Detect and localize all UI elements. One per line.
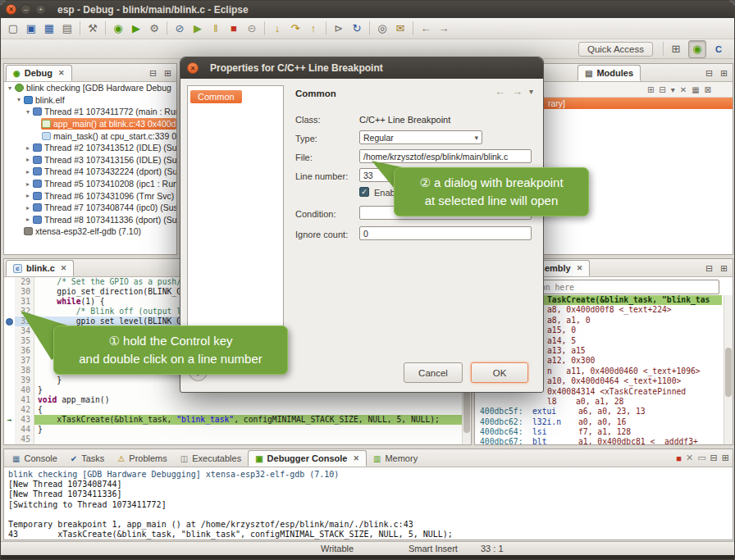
suspend-icon[interactable]: ‖ [208,20,224,37]
tab-console[interactable]: ▦Console [6,450,64,467]
step-into-icon[interactable]: ↓ [269,20,285,37]
run-icon[interactable]: ▶ [128,20,144,37]
forward-icon[interactable]: → [512,85,523,98]
sidebar-item-common[interactable]: Common [190,90,242,103]
debug-tree-item[interactable]: ▸Thread #3 1073413156 (IDLE) (Susp [4,154,176,166]
line-number[interactable]: 43 [15,415,34,425]
line-number[interactable]: 39 [15,376,34,385]
instruction-stepping-icon[interactable]: ⊳ [331,20,347,37]
step-return-icon[interactable]: ↑ [305,20,322,37]
expander-icon[interactable]: ▸ [24,192,32,199]
minimize-view-icon[interactable]: ⊟ [710,453,718,463]
debug-tree-item[interactable]: ▾blink.elf [4,94,176,107]
tab-debugger-console[interactable]: ▣Debugger Console✕ [248,450,367,467]
restart-icon[interactable]: ↻ [349,20,365,37]
ok-button[interactable]: OK [471,362,528,383]
minimize-view-icon[interactable]: ⊟ [703,262,715,275]
console-output[interactable]: blink checking [GDB Hardware Debugging] … [4,467,733,540]
tab-modules[interactable]: ▤ Modules [578,65,641,81]
debug-perspective-icon[interactable]: ◉ [688,40,706,58]
code-line[interactable]: 42{ [4,405,462,415]
dialog-close-button[interactable]: ✕ [187,62,199,74]
tab-memory[interactable]: ▥Memory [367,450,424,467]
line-number[interactable]: 29 [15,277,34,287]
debug-tree-item[interactable]: ▸Thread #8 1073411336 (dport) (Sus [4,214,176,226]
save-all-icon[interactable]: ▦ [41,20,57,37]
expander-icon[interactable]: ▸ [24,156,32,163]
minimize-view-icon[interactable]: ⊟ [147,67,159,80]
type-select[interactable]: Regular ▾ [359,130,482,144]
expander-icon[interactable]: ▸ [24,204,32,212]
quick-access-button[interactable]: Quick Access [578,42,653,57]
file-field[interactable]: /home/krzysztof/esp/blink/main/blink.c [359,149,532,163]
line-number[interactable]: 30 [15,287,34,297]
line-number[interactable]: 42 [15,405,34,415]
terminate-icon[interactable]: ■ [226,20,242,37]
code-line[interactable]: 44} [4,425,462,435]
disassembly-line[interactable]: 400dbc64:lsif7, a1, 128 [475,427,722,437]
expander-icon[interactable]: ▾ [15,96,23,103]
disassembly-line[interactable]: 400dbc5f:extuia6, a0, 23, 13 [475,407,722,417]
modules-toolbar-icon[interactable]: ✕ [680,85,687,94]
debug-tree-item[interactable]: ▸Thread #7 1073408744 (ipc0) (Susp [4,202,176,214]
cpp-perspective-icon[interactable]: C [710,41,727,57]
debug-tree-item[interactable]: ▸Thread #4 1073432224 (dport) (Sus [4,166,176,178]
debug-tree-item[interactable]: ▾blink checking [GDB Hardware Debug [4,82,176,94]
modules-toolbar-icon[interactable]: ▾ [671,85,675,94]
back-icon[interactable]: ← [418,20,434,37]
window-titlebar[interactable]: ✕–+ esp - Debug - blink/main/blink.c - E… [1,1,734,19]
disassembly-line[interactable]: 400dbc62:l32i.na0, a0, 16 [475,417,722,427]
debug-tree-item[interactable]: main_task() at cpu_start.c:339 0x4 [4,130,176,142]
modules-toolbar-icon[interactable]: ▦ [692,85,699,94]
close-window-button[interactable]: ✕ [6,4,16,15]
terminate-icon[interactable]: ■ [676,453,682,463]
line-number[interactable]: 38 [15,366,34,376]
view-menu-icon[interactable]: ▾ [529,87,533,96]
disassembly-line[interactable]: 400dbc67:blta1, 0x400dbc81 <__adddf3+ [475,437,722,444]
enabled-checkbox[interactable]: ✓ [359,187,369,197]
save-icon[interactable]: ▣ [23,20,39,37]
breakpoint-icon[interactable] [6,318,13,326]
disconnect-icon[interactable]: ⊝ [244,20,260,37]
search-icon[interactable]: ◎ [374,20,390,37]
debug-icon[interactable]: ◉ [110,20,126,37]
new-wizard-icon[interactable]: ▢ [5,20,21,37]
external-tools-icon[interactable]: ⚙ [146,20,162,37]
line-number[interactable]: 45 [15,435,34,444]
line-number[interactable]: 40 [15,385,34,395]
line-number[interactable]: 35 [15,336,34,346]
close-icon[interactable]: ✕ [353,454,359,462]
forward-icon[interactable]: → [436,20,452,37]
maximize-view-icon[interactable]: ⊞ [162,67,174,80]
step-over-icon[interactable]: ↷ [287,20,304,37]
code-line[interactable]: 41void app_main() [4,395,462,405]
line-number[interactable]: 44 [15,425,34,435]
debug-tree-item[interactable]: ▾Thread #1 1073411772 (main : Runn [4,106,176,118]
resume-icon[interactable]: ▶ [189,20,206,37]
back-icon[interactable]: ← [495,85,505,98]
build-icon[interactable]: ⚒ [84,20,101,37]
code-line[interactable]: →43 xTaskCreate(&blink_task, "blink_task… [4,415,462,425]
maximize-view-icon[interactable]: ⊞ [718,262,730,275]
disassembly-line[interactable]: l8 a0, a1, 28 [475,397,722,407]
open-perspective-icon[interactable]: ⊞ [668,41,684,57]
disassembly-scrollbar[interactable] [724,295,733,444]
ignore-count-field[interactable]: 0 [359,226,532,240]
tab-executables[interactable]: ◫Executables [174,450,248,467]
print-icon[interactable]: ▤ [59,20,75,37]
clear-console-icon[interactable]: ▭ [697,453,705,463]
maximize-view-icon[interactable]: ⊞ [718,67,730,80]
line-number[interactable]: 41 [15,395,34,405]
dialog-titlebar[interactable]: ✕ Properties for C/C++ Line Breakpoint [180,57,543,79]
line-number[interactable]: 36 [15,346,34,356]
expander-icon[interactable]: ▾ [24,108,32,116]
skip-breakpoints-icon[interactable]: ⊘ [171,20,188,37]
code-line[interactable]: 45 [4,435,462,444]
expander-icon[interactable]: ▸ [24,144,32,152]
debug-tree-item[interactable]: ▸Thread #6 1073431096 (Tmr Svc) (S [4,189,176,202]
debug-tree-item[interactable]: ▸Thread #2 1073413512 (IDLE) (Susp [4,142,176,154]
cancel-button[interactable]: Cancel [404,362,463,383]
close-icon[interactable]: ✕ [577,264,583,272]
tab-blink-c[interactable]: c blink.c ✕ [6,260,74,276]
modules-toolbar-icon[interactable]: ⊟ [659,85,665,94]
